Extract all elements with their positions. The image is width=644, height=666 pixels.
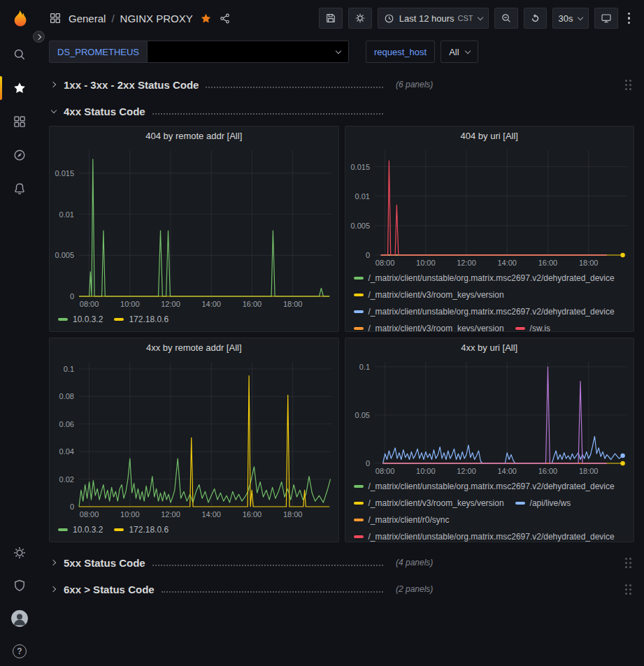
- favorite-star-icon[interactable]: [200, 13, 212, 24]
- time-series-chart[interactable]: 08:0010:0012:0014:0016:0018:0000.050.1: [345, 356, 634, 477]
- breadcrumb[interactable]: General / NGINX PROXY: [69, 13, 193, 24]
- apps-grid-icon: [49, 12, 62, 24]
- chevron-right-icon: [50, 560, 56, 565]
- svg-text:14:00: 14:00: [201, 510, 221, 519]
- svg-text:18:00: 18:00: [578, 467, 598, 475]
- request-host-variable-label: request_host: [366, 41, 435, 63]
- chevron-down-icon: [577, 14, 582, 20]
- save-dashboard-button[interactable]: [319, 8, 343, 29]
- top-nav: General / NGINX PROXY: [39, 0, 644, 36]
- time-series-chart[interactable]: 08:0010:0012:0014:0016:0018:0000.0050.01…: [50, 145, 338, 310]
- svg-text:0.1: 0.1: [359, 363, 369, 371]
- svg-text:08:00: 08:00: [375, 467, 394, 475]
- legend-item[interactable]: /_matrix/client/unstable/org.matrix.msc2…: [354, 529, 615, 542]
- svg-text:18:00: 18:00: [283, 510, 303, 519]
- row-header-4xx[interactable]: 4xx Status Code: [49, 101, 634, 122]
- row-drag-handle[interactable]: [622, 77, 634, 93]
- chart-legend: /_matrix/client/unstable/org.matrix.msc2…: [345, 477, 634, 542]
- panel-title[interactable]: 4xx by uri [All]: [345, 338, 634, 356]
- grafana-flame-icon: [10, 9, 29, 29]
- svg-text:18:00: 18:00: [283, 300, 303, 308]
- chevron-down-icon: [336, 48, 341, 53]
- legend-item[interactable]: 172.18.0.6: [114, 312, 169, 327]
- share-icon[interactable]: [219, 13, 231, 24]
- more-options-button[interactable]: [624, 10, 635, 27]
- legend-item[interactable]: /_matrix/client/unstable/org.matrix.msc2…: [354, 304, 615, 319]
- legend-item[interactable]: /_matrix/client/r0/sync: [354, 512, 450, 528]
- legend-item[interactable]: 10.0.3.2: [58, 312, 103, 327]
- request-host-variable-value-dropdown[interactable]: All: [441, 41, 478, 63]
- legend-item[interactable]: /sw.js: [515, 321, 550, 331]
- svg-text:08:00: 08:00: [80, 300, 99, 308]
- sidebar-expand-button[interactable]: [33, 31, 45, 43]
- sidebar-item-alerting[interactable]: [0, 172, 39, 205]
- row-header-6xx[interactable]: 6xx > Status Code (2 panels): [49, 579, 634, 600]
- legend-swatch: [58, 528, 68, 531]
- refresh-interval-dropdown[interactable]: 30s: [552, 8, 589, 29]
- zoom-out-button[interactable]: [494, 8, 518, 29]
- legend-label: /_matrix/client/r0/sync: [368, 512, 450, 528]
- grafana-logo[interactable]: [8, 8, 31, 29]
- svg-text:12:00: 12:00: [457, 259, 476, 267]
- legend-item[interactable]: /_matrix/client/unstable/org.matrix.msc2…: [354, 479, 615, 494]
- legend-item[interactable]: /_matrix/client/v3/room_keys/version: [354, 495, 504, 511]
- svg-text:10:00: 10:00: [120, 510, 140, 519]
- svg-text:16:00: 16:00: [538, 467, 557, 475]
- chevron-down-icon: [477, 14, 482, 20]
- sidebar-item-server-admin[interactable]: [13, 577, 27, 594]
- breadcrumb-folder[interactable]: General: [69, 13, 106, 24]
- legend-label: /_matrix/client/unstable/org.matrix.msc2…: [368, 304, 615, 319]
- row-title: 6xx > Status Code: [64, 584, 155, 595]
- chart-canvas[interactable]: 08:0010:0012:0014:0016:0018:0000.0050.01…: [50, 145, 338, 310]
- legend-item[interactable]: 10.0.3.2: [58, 522, 103, 537]
- time-series-chart[interactable]: 08:0010:0012:0014:0016:0018:0000.0050.01…: [345, 145, 634, 269]
- legend-item[interactable]: /_matrix/client/unstable/org.matrix.msc2…: [354, 270, 615, 286]
- grafana-dashboard: { "colors": { "accent_orange": "#eb7b18"…: [0, 0, 644, 666]
- tv-mode-button[interactable]: [594, 8, 618, 29]
- chart-canvas[interactable]: 08:0010:0012:0014:0016:0018:0000.0050.01…: [345, 145, 634, 269]
- row-drag-handle[interactable]: [622, 581, 634, 598]
- row-header-1xx-3xx-2xx[interactable]: 1xx - 3xx - 2xx Status Code (6 panels): [49, 74, 634, 95]
- search-icon: [13, 48, 27, 61]
- panel-title[interactable]: 4xx by remote addr [All]: [50, 338, 338, 356]
- svg-text:10:00: 10:00: [416, 259, 436, 267]
- row-panel-count: (4 panels): [396, 558, 433, 567]
- sidebar-item-explore[interactable]: [0, 138, 39, 172]
- svg-text:16:00: 16:00: [243, 300, 262, 308]
- legend-swatch: [354, 502, 364, 505]
- request-host-variable: request_host All: [366, 41, 478, 63]
- panel-title[interactable]: 404 by remote addr [All]: [50, 126, 338, 145]
- sidebar-item-profile[interactable]: [10, 610, 29, 627]
- time-range-picker[interactable]: Last 12 hours CST: [378, 8, 489, 29]
- legend-item[interactable]: 172.18.0.6: [114, 522, 169, 537]
- chart-legend: 10.0.3.2172.18.0.6: [50, 310, 338, 331]
- svg-text:0.06: 0.06: [59, 420, 74, 428]
- legend-item[interactable]: /_matrix/client/v3/room_keys/version: [354, 321, 504, 331]
- sidebar-item-dashboards[interactable]: [0, 105, 39, 138]
- time-series-chart[interactable]: 08:0010:0012:0014:0016:0018:0000.020.040…: [50, 356, 338, 521]
- chart-canvas[interactable]: 08:0010:0012:0014:0016:0018:0000.050.1: [345, 356, 634, 477]
- legend-label: /_matrix/client/unstable/org.matrix.msc2…: [368, 479, 615, 494]
- compass-icon: [13, 148, 27, 162]
- sidebar-item-configuration[interactable]: [13, 544, 27, 561]
- dashboard-settings-button[interactable]: [348, 8, 372, 29]
- legend-item[interactable]: /api/live/ws: [515, 495, 571, 511]
- row-title: 5xx Status Code: [64, 557, 145, 569]
- row-dotted-filler: [162, 591, 383, 593]
- sidebar-item-help[interactable]: ?: [13, 643, 27, 660]
- row-header-5xx[interactable]: 5xx Status Code (4 panels): [49, 552, 634, 573]
- refresh-interval-label: 30s: [559, 13, 573, 24]
- sidebar-item-search[interactable]: [0, 38, 39, 71]
- legend-swatch: [58, 318, 68, 321]
- svg-text:0: 0: [70, 292, 74, 301]
- legend-item[interactable]: /_matrix/client/v3/room_keys/version: [354, 287, 504, 303]
- sidebar-item-starred[interactable]: [0, 71, 39, 105]
- chart-canvas[interactable]: 08:0010:0012:0014:0016:0018:0000.020.040…: [50, 356, 338, 521]
- row-drag-handle[interactable]: [622, 555, 634, 571]
- panel-4xx-by-remote-addr: 4xx by remote addr [All] 08:0010:0012:00…: [49, 338, 339, 542]
- refresh-button[interactable]: [524, 8, 547, 29]
- datasource-variable-value-dropdown[interactable]: [148, 41, 349, 63]
- panel-title[interactable]: 404 by uri [All]: [345, 126, 634, 145]
- legend-label: 172.18.0.6: [129, 312, 169, 327]
- svg-text:16:00: 16:00: [243, 510, 262, 519]
